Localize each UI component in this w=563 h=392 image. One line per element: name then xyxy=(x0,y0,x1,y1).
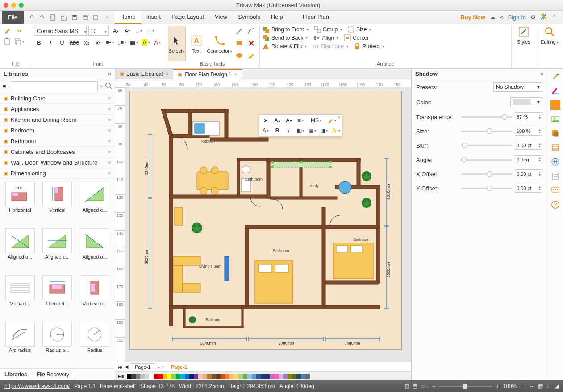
gear-icon[interactable]: ⚙ xyxy=(530,14,536,21)
buy-now-link[interactable]: Buy Now xyxy=(460,14,485,21)
hyperlink-icon[interactable] xyxy=(550,157,560,167)
mini-close-icon[interactable]: × xyxy=(336,114,342,121)
text-align-icon[interactable]: ≡ xyxy=(134,26,144,36)
library-category[interactable]: Kitchen and Dining Room× xyxy=(0,115,115,125)
distribute-button[interactable]: Distribute xyxy=(312,43,348,50)
grid-toggle-icon[interactable]: ▦ xyxy=(538,383,543,389)
align-button[interactable]: Align xyxy=(313,34,338,41)
qat-more-button[interactable] xyxy=(102,13,111,22)
color-swatch[interactable] xyxy=(301,374,305,379)
library-category[interactable]: Dimensioning× xyxy=(0,168,115,179)
fill-props-icon[interactable] xyxy=(550,100,560,110)
superscript-button[interactable]: x² xyxy=(93,37,103,47)
bullets-button[interactable]: ≡• xyxy=(105,37,115,47)
image-props-icon[interactable] xyxy=(550,114,560,124)
layout-props-icon[interactable] xyxy=(550,143,560,153)
font-family-selector[interactable]: Comic Sans MS xyxy=(34,26,87,36)
fit-page-icon[interactable]: ⛶ xyxy=(520,383,525,389)
edraw-logo-icon[interactable] xyxy=(540,13,547,21)
center-button[interactable]: Center xyxy=(344,34,369,41)
color-swatch[interactable] xyxy=(212,374,216,379)
copy-icon[interactable] xyxy=(13,37,25,46)
mini-font-selector[interactable]: MS xyxy=(307,116,325,125)
line-spacing-button[interactable]: ↕≡ xyxy=(117,37,127,47)
sign-in-link[interactable]: Sign In xyxy=(508,14,526,21)
layers-icon[interactable] xyxy=(550,171,560,181)
theme-icon[interactable] xyxy=(550,71,560,81)
shape-stencil[interactable]: Aligned o... xyxy=(3,228,38,272)
shape-stencil[interactable]: Aligned o... xyxy=(77,228,112,272)
mini-font-color-icon[interactable]: A xyxy=(261,126,271,135)
line-props-icon[interactable] xyxy=(550,86,560,95)
connector-tool[interactable]: Connector xyxy=(207,26,232,61)
shadow-props-icon[interactable] xyxy=(550,128,560,138)
color-swatch[interactable] xyxy=(136,374,140,379)
redo-button[interactable]: ↷ xyxy=(38,13,47,22)
color-swatch[interactable] xyxy=(265,374,270,379)
xoffset-slider[interactable] xyxy=(461,173,512,175)
color-swatch[interactable] xyxy=(283,374,288,379)
color-swatch[interactable] xyxy=(163,374,167,379)
document-tab[interactable]: Floor Plan Design 1× xyxy=(173,69,242,79)
size-slider[interactable] xyxy=(461,131,512,132)
shape-stencil[interactable]: Multi-ali... xyxy=(3,275,38,319)
color-swatch[interactable] xyxy=(180,374,185,379)
close-window-button[interactable] xyxy=(4,3,8,8)
send-back-button[interactable]: Send to Back xyxy=(263,34,308,41)
color-swatch[interactable] xyxy=(194,374,198,379)
text-align2-icon[interactable]: ≣ xyxy=(146,26,155,36)
shape-stencil[interactable]: Vertical o... xyxy=(77,275,112,319)
menu-tab-page-layout[interactable]: Page Layout xyxy=(166,11,209,24)
library-category[interactable]: Cabinets and Bookcases× xyxy=(0,147,115,157)
color-swatch[interactable] xyxy=(243,374,247,379)
size-button[interactable]: Size xyxy=(347,26,371,33)
library-category[interactable]: Bedroom× xyxy=(0,125,115,136)
libraries-tab[interactable]: Libraries xyxy=(0,369,32,380)
strike-button[interactable]: abc xyxy=(69,37,80,47)
save-button[interactable] xyxy=(70,13,79,22)
vendor-url-link[interactable]: https://www.edrawsoft.com/ xyxy=(4,383,70,389)
color-swatch[interactable] xyxy=(140,374,145,379)
transparency-slider[interactable] xyxy=(461,116,512,118)
export-button[interactable] xyxy=(92,13,100,22)
prev-page-icon[interactable]: ◀ xyxy=(125,364,128,370)
menu-tab-home[interactable]: Home xyxy=(115,11,141,24)
shape-stencil[interactable]: Vertical xyxy=(40,182,75,226)
page-tab-active[interactable]: Page-1 xyxy=(167,364,192,370)
dotgrid-icon[interactable]: ⁙ xyxy=(546,383,551,389)
group-button[interactable]: Group xyxy=(314,26,342,33)
fit-width-icon[interactable]: ↔ xyxy=(529,383,534,389)
xoffset-value[interactable]: 0,00 pt▴▾ xyxy=(515,169,542,178)
menu-tab-floor-plan[interactable]: Floor Plan xyxy=(297,11,334,24)
add-page-icon[interactable]: + xyxy=(162,364,164,370)
yoffset-slider[interactable] xyxy=(461,188,512,189)
color-swatch[interactable] xyxy=(189,374,194,379)
shape-stencil[interactable]: +Radius xyxy=(77,322,112,366)
color-swatch[interactable] xyxy=(154,374,158,379)
library-category[interactable]: Building Core× xyxy=(0,93,115,104)
blur-value[interactable]: 3,00 pt▴▾ xyxy=(515,141,542,150)
rotate-flip-button[interactable]: Rotate & Flip xyxy=(263,43,307,50)
first-page-icon[interactable]: ⏮ xyxy=(118,364,123,370)
color-swatch[interactable] xyxy=(261,374,265,379)
selected-shape[interactable] xyxy=(271,161,332,168)
underline-button[interactable]: U xyxy=(57,37,67,47)
mini-toolbar[interactable]: × ➤ A▴ A▾ ≡ MS A B I ◧ ▦ xyxy=(259,114,342,137)
color-swatch[interactable] xyxy=(238,374,243,379)
close-category-icon[interactable]: × xyxy=(108,170,111,177)
comment-icon[interactable] xyxy=(550,186,560,195)
mini-shrink-font-icon[interactable]: A▾ xyxy=(284,116,294,125)
shape-stencil[interactable]: +Radius o... xyxy=(40,322,75,366)
close-category-icon[interactable]: × xyxy=(108,95,111,102)
collapse-ribbon-icon[interactable]: ⌃ xyxy=(552,14,557,21)
color-swatch[interactable] xyxy=(185,374,189,379)
cloud-icon[interactable]: ☁ xyxy=(490,14,496,21)
minimize-window-button[interactable] xyxy=(11,3,16,8)
menu-tab-insert[interactable]: Insert xyxy=(141,11,167,24)
color-swatch[interactable] xyxy=(167,374,171,379)
mini-grow-font-icon[interactable]: A▴ xyxy=(272,116,282,125)
paste-icon[interactable] xyxy=(3,37,13,46)
shape-stencil[interactable]: Aligned u... xyxy=(40,228,75,272)
view-mode2-icon[interactable]: ▤ xyxy=(413,383,417,389)
color-swatch[interactable] xyxy=(221,374,225,379)
